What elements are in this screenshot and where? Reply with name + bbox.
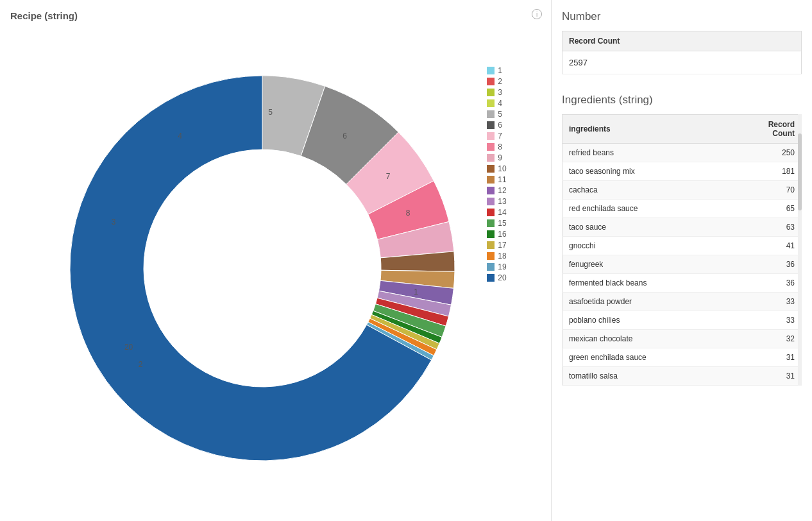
- ingredient-count-3: 65: [750, 200, 802, 218]
- ingredients-row-4: taco sauce63: [562, 218, 802, 237]
- legend-label-16: 16: [498, 230, 506, 239]
- ingredients-row-6: fenugreek36: [562, 255, 802, 274]
- ingredient-count-8: 33: [750, 293, 802, 311]
- ingredient-name-10: mexican chocolate: [562, 330, 750, 348]
- legend-color-7: [487, 132, 495, 140]
- right-panel: Number Record Count 2597 Ingredients (st…: [552, 0, 812, 521]
- legend-item-1: 1: [487, 66, 506, 75]
- donut-chart: 1234567820: [44, 50, 480, 486]
- ingredients-row-2: cachaca70: [562, 181, 802, 200]
- legend-label-10: 10: [498, 164, 506, 173]
- ingredient-count-5: 41: [750, 237, 802, 255]
- svg-text:6: 6: [343, 132, 347, 141]
- legend-label-11: 11: [498, 175, 506, 184]
- ingredient-count-11: 31: [750, 348, 802, 367]
- ingredients-row-12: tomatillo salsa31: [562, 367, 802, 386]
- ingredient-name-3: red enchilada sauce: [562, 200, 750, 218]
- legend-color-2: [487, 78, 495, 85]
- ingredient-name-1: taco seasoning mix: [562, 162, 750, 181]
- legend-label-5: 5: [498, 110, 502, 119]
- legend-label-3: 3: [498, 88, 502, 97]
- legend-color-19: [487, 263, 495, 271]
- legend-color-3: [487, 89, 495, 96]
- legend-color-6: [487, 121, 495, 129]
- legend-item-3: 3: [487, 88, 506, 97]
- scrollbar-track[interactable]: [798, 114, 802, 386]
- legend-label-14: 14: [498, 208, 506, 217]
- legend-color-18: [487, 252, 495, 260]
- svg-text:20: 20: [124, 343, 133, 352]
- legend-color-16: [487, 230, 495, 238]
- record-count-value: 2597: [562, 51, 802, 74]
- ingredients-row-10: mexican chocolate32: [562, 330, 802, 348]
- legend-color-11: [487, 176, 495, 184]
- legend-item-19: 19: [487, 262, 506, 271]
- ingredient-name-0: refried beans: [562, 144, 750, 162]
- ingredients-row-3: red enchilada sauce65: [562, 200, 802, 218]
- legend-color-8: [487, 143, 495, 151]
- chart-area: 1234567820 12345678910111213141516171819…: [10, 28, 541, 509]
- legend-label-2: 2: [498, 77, 502, 86]
- ingredients-row-1: taco seasoning mix181: [562, 162, 802, 181]
- ingredient-name-8: asafoetida powder: [562, 293, 750, 311]
- legend-label-6: 6: [498, 121, 502, 130]
- scrollbar-thumb[interactable]: [798, 133, 802, 210]
- svg-text:2: 2: [139, 360, 143, 369]
- count-col-header: RecordCount: [750, 115, 802, 144]
- info-icon[interactable]: i: [532, 9, 542, 19]
- legend-color-1: [487, 67, 495, 74]
- legend-color-15: [487, 219, 495, 227]
- legend-item-13: 13: [487, 197, 506, 206]
- legend-label-8: 8: [498, 142, 502, 151]
- ingredient-count-12: 31: [750, 367, 802, 386]
- ingredients-row-7: fermented black beans36: [562, 274, 802, 293]
- chart-title: Recipe (string): [10, 10, 541, 21]
- svg-text:7: 7: [386, 172, 391, 181]
- legend-color-14: [487, 209, 495, 216]
- legend-item-12: 12: [487, 186, 506, 195]
- ingredients-row-0: refried beans250: [562, 144, 802, 162]
- legend-item-14: 14: [487, 208, 506, 217]
- svg-text:1: 1: [414, 287, 418, 296]
- ingredient-count-4: 63: [750, 218, 802, 237]
- ingredients-row-5: gnocchi41: [562, 237, 802, 255]
- legend-item-15: 15: [487, 219, 506, 228]
- svg-text:4: 4: [178, 132, 182, 141]
- legend-label-15: 15: [498, 219, 506, 228]
- number-section-title: Number: [562, 10, 802, 23]
- ingredient-name-2: cachaca: [562, 181, 750, 200]
- ingredient-name-4: taco sauce: [562, 218, 750, 237]
- left-panel: Recipe (string) i 1234567820 12345678910…: [0, 0, 552, 521]
- ingredients-row-9: poblano chilies33: [562, 311, 802, 330]
- legend-color-9: [487, 154, 495, 162]
- ingredients-section-title: Ingredients (string): [562, 94, 802, 107]
- legend-label-7: 7: [498, 132, 502, 141]
- legend-color-17: [487, 241, 495, 249]
- ingredient-count-1: 181: [750, 162, 802, 181]
- legend-color-10: [487, 165, 495, 173]
- ingredients-row-8: asafoetida powder33: [562, 293, 802, 311]
- chart-legend: 1234567891011121314151617181920: [487, 66, 506, 282]
- legend-item-4: 4: [487, 99, 506, 108]
- ingredients-table: ingredients RecordCount refried beans250…: [562, 114, 802, 386]
- ingredient-count-0: 250: [750, 144, 802, 162]
- ingredient-count-10: 32: [750, 330, 802, 348]
- legend-item-5: 5: [487, 110, 506, 119]
- ingredient-name-11: green enchilada sauce: [562, 348, 750, 367]
- legend-color-20: [487, 274, 495, 282]
- legend-item-10: 10: [487, 164, 506, 173]
- legend-item-17: 17: [487, 241, 506, 250]
- legend-item-7: 7: [487, 132, 506, 141]
- svg-text:5: 5: [269, 108, 273, 117]
- legend-item-11: 11: [487, 175, 506, 184]
- ingredient-count-2: 70: [750, 181, 802, 200]
- legend-label-19: 19: [498, 262, 506, 271]
- legend-color-12: [487, 187, 495, 194]
- ingredient-count-6: 36: [750, 255, 802, 274]
- legend-color-13: [487, 198, 495, 205]
- ingredient-count-9: 33: [750, 311, 802, 330]
- legend-label-4: 4: [498, 99, 502, 108]
- legend-label-1: 1: [498, 66, 502, 75]
- ingredient-name-9: poblano chilies: [562, 311, 750, 330]
- svg-text:8: 8: [406, 209, 410, 218]
